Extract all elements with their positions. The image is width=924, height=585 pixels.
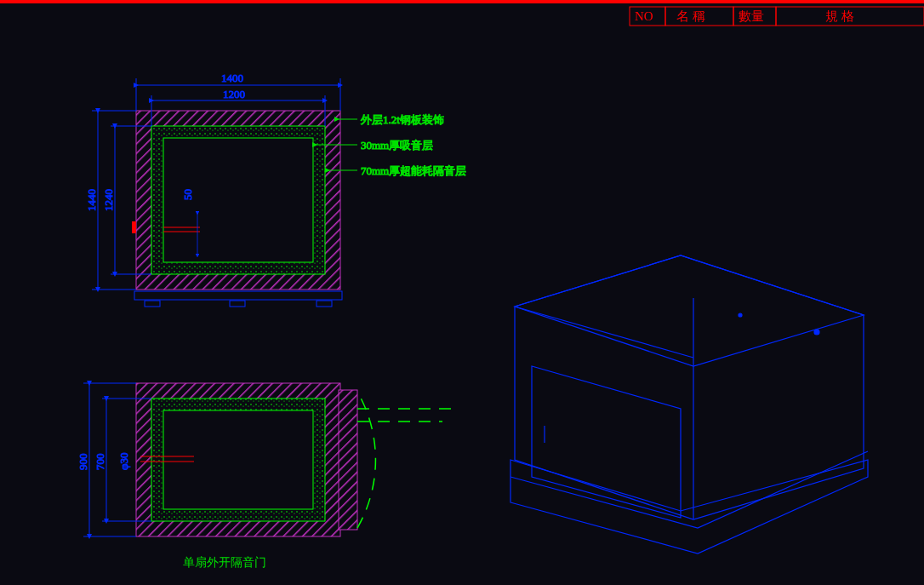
col-no: NO <box>635 9 653 23</box>
svg-line-51 <box>515 247 693 298</box>
svg-rect-12 <box>132 221 136 233</box>
svg-point-53 <box>814 330 819 335</box>
svg-rect-19 <box>317 301 332 307</box>
dim-1200: 1200 <box>223 88 245 100</box>
svg-line-50 <box>515 307 693 358</box>
svg-point-54 <box>739 313 742 317</box>
cad-canvas: NO 名 稱 數量 規 格 1400 1200 1440 1240 50 外层1… <box>0 0 924 585</box>
col-name: 名 稱 <box>676 9 705 23</box>
section-view-door <box>136 383 451 536</box>
dim-700: 700 <box>94 454 106 471</box>
dim-50: 50 <box>181 189 194 200</box>
header-table: NO 名 稱 數量 規 格 <box>630 7 924 26</box>
svg-rect-16 <box>134 291 342 300</box>
svg-rect-38 <box>339 390 357 530</box>
dim-1440: 1440 <box>85 189 98 211</box>
svg-rect-37 <box>163 410 313 509</box>
col-spec: 規 格 <box>825 9 854 23</box>
dim-phi30: φ30 <box>117 452 130 470</box>
label-layer1: 外层1.2t钢板装饰 <box>361 113 444 126</box>
top-bar <box>0 0 924 3</box>
svg-rect-17 <box>145 301 160 307</box>
col-qty: 數量 <box>739 9 764 23</box>
iso-cabinet <box>510 247 868 553</box>
dim-900: 900 <box>77 454 89 471</box>
svg-rect-18 <box>230 301 245 307</box>
dim-1240: 1240 <box>102 189 115 211</box>
label-layer2: 30mm厚吸音层 <box>361 139 433 152</box>
plan-view-top <box>132 111 342 307</box>
dim-1400: 1400 <box>221 72 243 84</box>
label-layer3: 70mm厚超能耗隔音层 <box>361 164 466 177</box>
door-title: 单扇外开隔音门 <box>183 556 266 569</box>
